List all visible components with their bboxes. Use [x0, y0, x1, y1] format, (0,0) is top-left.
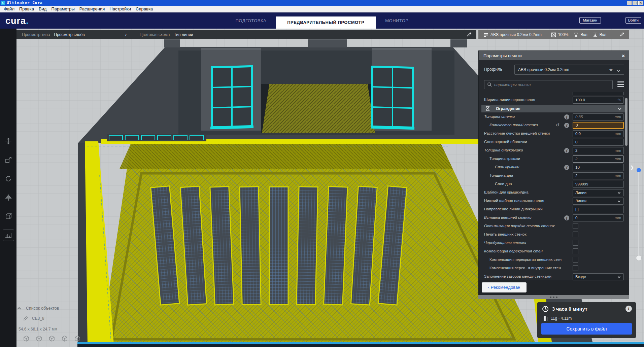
setting-checkbox[interactable] [573, 232, 578, 237]
setting-row[interactable]: Печать внешних стенок [479, 231, 629, 239]
stage-tab[interactable]: МОНИТОР [376, 18, 418, 23]
menu-item[interactable]: Параметры [49, 6, 77, 12]
color-scheme-value[interactable]: Тип линии [174, 32, 193, 37]
setting-row[interactable]: Оптимизация порядка печати стенок [479, 222, 629, 231]
setting-checkbox[interactable] [573, 265, 578, 271]
setting-row[interactable]: Слои верхней оболочки0 [479, 138, 629, 146]
profile-dropdown[interactable]: ABS прочный 0.2мм 0.2mm ★ [514, 65, 624, 75]
scale-tool-icon[interactable] [3, 154, 14, 166]
save-to-file-button[interactable]: Сохранить в файл [541, 323, 632, 335]
menu-item[interactable]: Расширения [77, 6, 107, 12]
panel-scrollbar[interactable] [625, 98, 628, 146]
print-setup-summary-bar[interactable]: ABS прочный 0.2мм 0.2mm 100% Вкл Вкл [478, 30, 629, 39]
setting-row[interactable]: Компенсация перекрытия стен [479, 247, 629, 256]
per-model-settings-icon[interactable] [3, 211, 14, 222]
os-title-bar[interactable]: C Ultimaker Cura − □ × [0, 0, 644, 6]
view-type-value[interactable]: Просмотр слоёв [54, 32, 85, 37]
setting-row[interactable]: Нижний шаблон начального слояЛинии [479, 197, 629, 205]
formula-info-icon[interactable]: f [564, 114, 569, 119]
star-icon[interactable]: ★ [609, 65, 613, 74]
model-cube-icon[interactable] [74, 335, 81, 343]
setting-dropdown[interactable]: Линии [573, 198, 624, 205]
stage-tab[interactable]: ПРЕДВАРИТЕЛЬНЫЙ ПРОСМОТР [276, 16, 376, 29]
setting-row[interactable]: Направление линии дна/крышки[ ] [479, 205, 629, 214]
edit-pencil-icon[interactable] [467, 32, 472, 38]
setting-row[interactable]: Слои дна999999 [479, 180, 629, 188]
setting-value-field[interactable]: 999999 [573, 181, 624, 188]
setting-checkbox[interactable] [573, 257, 578, 263]
setting-row[interactable]: Заполнение зазоров между стенкамиВезде [479, 273, 629, 280]
model-cube-icon[interactable] [48, 335, 56, 343]
setting-value: 0 [575, 140, 577, 144]
layer-slider-upper-handle[interactable] [637, 168, 641, 172]
stage-tab[interactable]: ПОДГОТОВКА [226, 18, 276, 23]
menu-item[interactable]: Правка [17, 6, 36, 12]
setting-row[interactable]: Слои крышкиf10 [479, 163, 629, 172]
panel-header[interactable]: Параметры печати × [479, 51, 629, 60]
setting-value-field[interactable]: [ ] [573, 206, 624, 213]
formula-info-icon[interactable]: f [564, 148, 569, 153]
setting-value-field[interactable]: 2mm [573, 147, 624, 154]
setting-row[interactable]: Вставка внешней стенкиf0mm [479, 214, 629, 222]
setting-checkbox[interactable] [573, 248, 578, 254]
search-input[interactable]: параметры поиска [484, 80, 613, 89]
setting-value-field[interactable]: 0.0mm [573, 130, 624, 137]
setting-row[interactable]: Толщина крышки2mm [479, 155, 629, 163]
setting-dropdown[interactable]: Линии [573, 189, 624, 196]
model-cube-icon[interactable] [23, 335, 30, 343]
object-list-item[interactable]: CE3_8 [23, 316, 44, 321]
menu-item[interactable]: Настройки [107, 6, 133, 12]
setting-value-field[interactable]: 0 [573, 122, 624, 129]
formula-info-icon[interactable]: f [564, 123, 569, 128]
revert-icon[interactable]: ↺ [555, 122, 560, 128]
layer-slider-lower-handle[interactable] [636, 255, 642, 261]
panel-resize-handle[interactable] [478, 295, 629, 299]
formula-info-icon[interactable]: f [564, 165, 569, 170]
setting-row[interactable]: Количество линий стенки↺f0 [479, 121, 629, 130]
collapse-chevron-icon[interactable]: ‹ [125, 32, 127, 37]
close-panel-icon[interactable]: × [622, 53, 625, 59]
setting-value-field[interactable]: 0 [573, 139, 624, 146]
setting-value-field[interactable]: 2mm [573, 172, 624, 179]
edit-setup-pencil-icon[interactable] [620, 32, 624, 38]
menu-item[interactable]: Файл [1, 6, 17, 12]
recommended-mode-button[interactable]: ‹ Рекомендован [482, 282, 527, 292]
setting-row[interactable]: Шаблон для крышки/днаЛинии [479, 188, 629, 197]
menu-item[interactable]: Справка [133, 6, 155, 12]
rotate-tool-icon[interactable] [3, 173, 14, 184]
formula-info-icon[interactable]: f [564, 215, 569, 220]
model-cube-icon[interactable] [35, 335, 43, 343]
setting-row[interactable]: Компенсация перекрытия внешних стен [479, 256, 629, 264]
model-cube-icon[interactable] [61, 335, 68, 343]
setting-value-field[interactable]: 0.35mm [573, 113, 624, 120]
setting-row[interactable]: Толщина дна2mm [479, 172, 629, 180]
minimize-button[interactable]: − [627, 1, 632, 5]
setting-row[interactable]: Чередующаяся стенка [479, 239, 629, 247]
setting-value-field[interactable]: 100.0% [573, 97, 624, 104]
setting-value-field[interactable]: 10 [573, 164, 624, 171]
setting-row[interactable]: Ширина линии первого слоя100.0% [479, 96, 629, 104]
setting-checkbox[interactable] [573, 223, 578, 229]
object-list-header[interactable]: Список объектов [19, 306, 59, 311]
layer-slider-track[interactable] [638, 168, 639, 260]
setting-value-field[interactable]: 0mm [573, 214, 624, 221]
slider-expand-chevron-icon[interactable]: ❯ [630, 165, 634, 170]
move-tool-icon[interactable] [3, 135, 14, 147]
support-blocker-icon[interactable] [3, 230, 14, 241]
setting-row[interactable]: Толщина стенкиf0.35mm [479, 113, 629, 121]
close-button[interactable]: × [638, 1, 643, 5]
setting-value-field[interactable]: 2mm [573, 155, 624, 163]
sign-in-button[interactable]: Войти [625, 17, 641, 24]
maximize-button[interactable]: □ [633, 1, 638, 5]
setting-row[interactable]: Расстояние очистки внешней стенки0.0mm [479, 130, 629, 138]
setting-checkbox[interactable] [573, 240, 578, 246]
setting-dropdown[interactable]: Везде [573, 273, 624, 280]
menu-item[interactable]: Вид [36, 6, 49, 12]
settings-menu-icon[interactable] [617, 81, 624, 87]
marketplace-button[interactable]: Магазин [579, 17, 601, 24]
info-icon[interactable]: i [625, 306, 632, 312]
setting-row[interactable]: Компенсация перек...я внутренних стен [479, 264, 629, 273]
mirror-tool-icon[interactable] [3, 192, 14, 203]
settings-section-header[interactable]: Ограждение [479, 104, 629, 113]
setting-row[interactable]: Толщина дна/крышкиf2mm [479, 146, 629, 155]
